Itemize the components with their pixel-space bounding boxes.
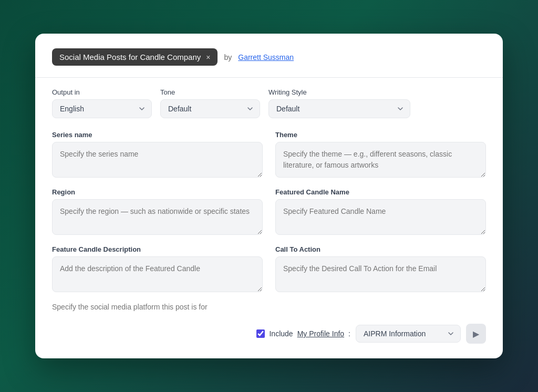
series-name-label: Series name: [52, 131, 263, 139]
footer: Include My Profile Info : AIPRM Informat…: [52, 324, 486, 344]
theme-group: Theme: [275, 131, 486, 178]
header: Social Media Posts for Candle Company × …: [52, 48, 486, 66]
output-in-group: Output in English: [52, 88, 152, 118]
feature-candle-description-group: Feature Candle Description: [52, 245, 263, 292]
series-name-group: Series name: [52, 131, 263, 178]
divider: [35, 77, 503, 78]
dropdowns-row: Output in English Tone Default Writing S…: [52, 88, 486, 118]
theme-label: Theme: [275, 131, 486, 139]
prompt-title: Social Media Posts for Candle Company: [59, 53, 201, 61]
tone-label: Tone: [160, 88, 260, 96]
region-input[interactable]: [52, 199, 263, 235]
call-to-action-group: Call To Action: [275, 245, 486, 292]
close-icon[interactable]: ×: [206, 53, 210, 61]
region-group: Region: [52, 188, 263, 235]
featured-candle-name-input[interactable]: [275, 199, 486, 235]
series-name-input[interactable]: [52, 142, 263, 178]
send-button[interactable]: ▶: [466, 324, 486, 344]
include-text: Include: [269, 329, 293, 338]
featured-candle-name-group: Featured Candle Name: [275, 188, 486, 235]
author-link[interactable]: Garrett Sussman: [238, 53, 294, 61]
form-grid: Series name Theme Region Featured Candle…: [52, 131, 486, 292]
send-icon: ▶: [473, 329, 479, 339]
feature-candle-description-input[interactable]: [52, 256, 263, 292]
writing-style-group: Writing Style Default: [268, 88, 410, 118]
output-in-label: Output in: [52, 88, 152, 96]
writing-style-select[interactable]: Default: [268, 99, 410, 118]
featured-candle-name-label: Featured Candle Name: [275, 188, 486, 196]
social-platform-input[interactable]: [52, 301, 486, 313]
include-profile-label: Include My Profile Info :: [256, 329, 350, 338]
writing-style-label: Writing Style: [268, 88, 410, 96]
prompt-tag: Social Media Posts for Candle Company ×: [52, 48, 218, 66]
by-label: by: [224, 53, 232, 61]
call-to-action-input[interactable]: [275, 256, 486, 292]
output-in-select[interactable]: English: [52, 99, 152, 118]
feature-candle-description-label: Feature Candle Description: [52, 245, 263, 253]
profile-info-dropdown[interactable]: AIPRM Information: [356, 325, 461, 343]
colon: :: [348, 329, 350, 338]
tone-select[interactable]: Default: [160, 99, 260, 118]
my-profile-info-link[interactable]: My Profile Info: [297, 329, 344, 338]
main-card: Social Media Posts for Candle Company × …: [35, 34, 503, 358]
region-label: Region: [52, 188, 263, 196]
include-profile-checkbox[interactable]: [256, 329, 265, 338]
tone-group: Tone Default: [160, 88, 260, 118]
theme-input[interactable]: [275, 142, 486, 178]
call-to-action-label: Call To Action: [275, 245, 486, 253]
